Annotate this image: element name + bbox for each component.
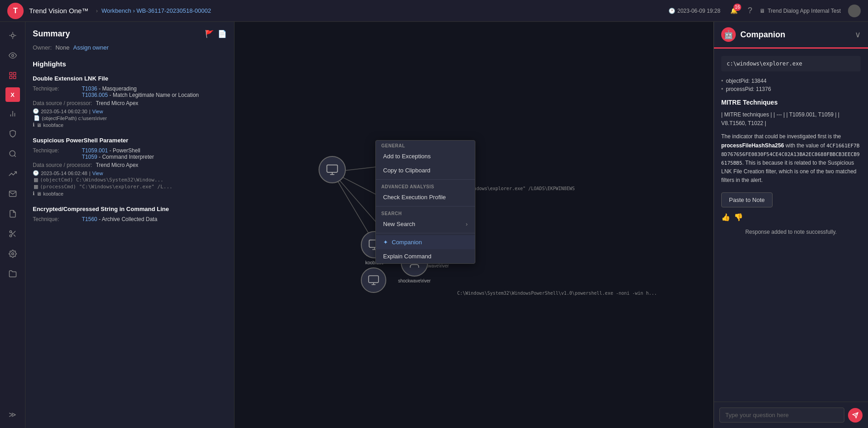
datasource-label-1: Data source / processor:: [33, 100, 92, 106]
sidebar-item-settings[interactable]: [5, 246, 21, 262]
objcmd-text: (objectCmd) C:\Windows\System32\Window..…: [40, 177, 164, 183]
explain-command-item[interactable]: Explain Command: [376, 249, 475, 263]
context-menu: GENERAL Add to Exceptions Copy to Clipbo…: [375, 140, 475, 264]
sidebar-item-workbench[interactable]: [5, 67, 21, 84]
svg-rect-4: [10, 76, 12, 79]
assign-owner-link[interactable]: Assign owner: [73, 44, 109, 51]
feedback-row: 👍 👎: [721, 213, 861, 222]
companion-icon: 🤖: [721, 27, 736, 42]
sidebar-item-email[interactable]: [5, 186, 21, 202]
summary-header: Summary 🚩 📄: [33, 29, 227, 39]
mitre-title: MITRE Techniques: [721, 99, 861, 106]
technique-t1059001[interactable]: T1059.001: [82, 147, 108, 154]
logo-text: T: [13, 7, 18, 15]
svg-point-6: [10, 151, 15, 156]
datasource-value-2: Trend Micro Apex: [96, 162, 139, 168]
datasource-row-1: Data source / processor: Trend Micro Ape…: [33, 100, 227, 106]
monitor-icon-1: 🖥: [36, 122, 41, 128]
check-execution-item[interactable]: Check Execution Profile: [376, 190, 475, 204]
mitre-desc-1: The indicator that could be investigated…: [721, 133, 841, 140]
technique-desc-2: - Match Legitimate Name or Location: [108, 92, 199, 98]
svg-rect-32: [369, 276, 379, 282]
companion-header: 🤖 Companion ∨: [714, 22, 868, 49]
sidebar-item-cut[interactable]: [5, 226, 21, 242]
terminal-icon-2: ▦: [34, 184, 38, 190]
breadcrumb-workbench[interactable]: Workbench: [101, 7, 131, 14]
svg-point-13: [11, 253, 14, 255]
filepath-row-1: 📄 (objectFilePath) c:\users\river: [33, 115, 227, 121]
mitre-highlight-1: processFileHashSha256: [721, 142, 784, 149]
separator-2: |: [89, 171, 90, 176]
app-logo: T: [7, 3, 24, 19]
sidebar-item-docs[interactable]: [5, 206, 21, 222]
svg-rect-2: [10, 72, 12, 75]
technique-label-3: Technique:: [33, 216, 78, 222]
sidebar: X ≫: [0, 22, 25, 428]
sidebar-item-home[interactable]: [5, 27, 21, 44]
companion-bullet-list: objectPid: 13844 processPid: 11376: [721, 77, 861, 93]
svg-point-0: [11, 34, 14, 37]
highlights-title: Highlights: [33, 60, 227, 68]
help-button[interactable]: ?: [748, 6, 752, 15]
owner-value: None: [55, 44, 70, 51]
add-exceptions-item[interactable]: Add to Exceptions: [376, 149, 475, 163]
breadcrumb-id[interactable]: WB-36117-20230518-00002: [136, 7, 211, 14]
mitre-desc-2: with the value of: [784, 142, 826, 149]
success-message: Response added to note successfully.: [721, 225, 861, 239]
technique-t1036[interactable]: T1036: [82, 86, 97, 92]
clock-icon: 🕐: [668, 8, 675, 14]
node-label-5: shockwave\river: [398, 278, 431, 283]
sidebar-item-xdr[interactable]: X: [5, 87, 20, 102]
context-menu-divider-1: [376, 179, 475, 180]
timestamp-row-2: 🕐 2023-05-14 06:02:48 | View: [33, 170, 227, 176]
technique-links-1: T1036 - Masquerading T1036.005 - Match L…: [82, 86, 199, 98]
technique-label-2: Technique:: [33, 147, 78, 160]
svg-line-12: [11, 232, 13, 234]
svg-rect-5: [13, 76, 15, 79]
view-link-2[interactable]: View: [92, 171, 103, 176]
bullet-text-1: objectPid: 13844: [726, 78, 766, 84]
companion-input-field[interactable]: [719, 408, 844, 423]
sidebar-item-trends[interactable]: [5, 166, 21, 182]
sidebar-item-expand[interactable]: ≫: [5, 406, 21, 423]
info-icon-2: ℹ: [33, 191, 35, 196]
sidebar-item-analytics[interactable]: [5, 106, 21, 122]
technique-t1560[interactable]: T1560: [82, 216, 97, 222]
thumbs-down-button[interactable]: 👎: [734, 213, 743, 222]
companion-content: c:\windows\explorer.exe objectPid: 13844…: [714, 49, 868, 402]
user-avatar[interactable]: [848, 5, 861, 17]
technique-t1036005[interactable]: T1036.005: [82, 92, 108, 98]
clock-icon-2: 🕐: [33, 170, 39, 176]
send-button[interactable]: [848, 408, 863, 423]
main-layout: X ≫ Summar: [0, 22, 868, 428]
sidebar-item-folder[interactable]: [5, 266, 21, 282]
graph-node-1[interactable]: [319, 156, 346, 183]
right-panel: 🤖 Companion ∨ c:\windows\explorer.exe ob…: [713, 22, 868, 428]
svg-line-11: [13, 235, 15, 237]
companion-collapse-btn[interactable]: ∨: [855, 30, 861, 40]
notification-bell[interactable]: 🔔 16: [728, 5, 740, 17]
technique-row-3: Technique: T1560 - Archive Collected Dat…: [33, 216, 227, 222]
view-link-1[interactable]: View: [92, 109, 103, 114]
tag-row-1: ℹ 🖥 koobface: [33, 122, 227, 128]
paste-to-note-button[interactable]: Paste to Note: [721, 192, 773, 207]
graph-node-6[interactable]: [361, 267, 386, 293]
technique-row-1: Technique: T1036 - Masquerading T1036.00…: [33, 86, 227, 98]
sidebar-item-security[interactable]: [5, 126, 21, 142]
companion-star-icon: ✦: [383, 239, 388, 246]
svg-rect-28: [327, 165, 337, 172]
copy-icon[interactable]: 📄: [218, 30, 227, 38]
thumbs-up-button[interactable]: 👍: [721, 213, 730, 222]
app-name-label: 🖥 Trend Dialog App Internal Test: [759, 8, 841, 14]
sidebar-item-search[interactable]: [5, 146, 21, 162]
flag-icon[interactable]: 🚩: [205, 30, 214, 38]
sidebar-item-eye[interactable]: [5, 47, 21, 64]
technique-t1059[interactable]: T1059: [82, 154, 97, 160]
bullet-item-2: processPid: 11376: [721, 85, 861, 93]
companion-item[interactable]: ✦ Companion: [376, 235, 475, 249]
technique-links-2: T1059.001 - PowerShell T1059 - Command I…: [82, 147, 154, 160]
new-search-item[interactable]: New Search ›: [376, 217, 475, 231]
tag-row-2: ℹ 🖥 koobface: [33, 191, 227, 196]
copy-clipboard-item[interactable]: Copy to Clipboard: [376, 163, 475, 177]
technique-desc-5: - Archive Collected Data: [97, 216, 157, 222]
